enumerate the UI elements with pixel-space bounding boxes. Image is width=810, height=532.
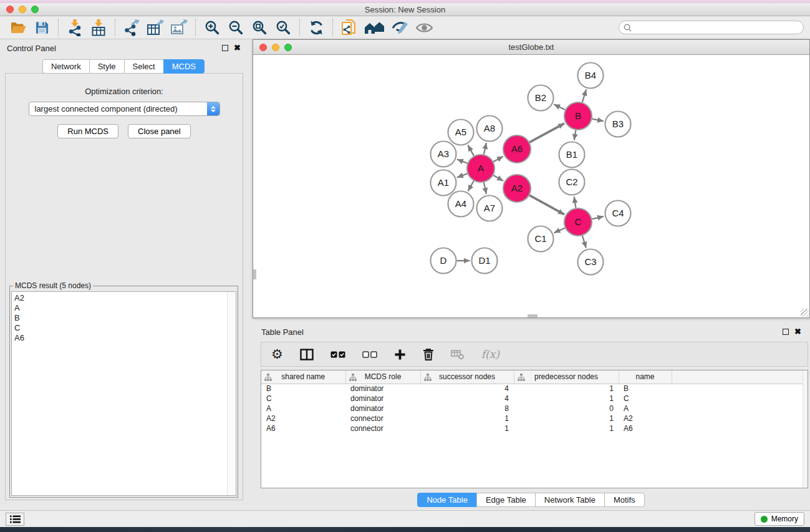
export-network-icon[interactable] (120, 17, 143, 37)
network-canvas[interactable]: B4B2BB3A8A5A6A3B1AC2A1A2A4A7C4CC1C3DD1 (253, 56, 809, 317)
table-cell[interactable]: 8 (420, 404, 514, 414)
graph-node-C[interactable]: C (564, 208, 592, 236)
save-session-icon[interactable] (30, 17, 54, 37)
float-panel-icon[interactable] (222, 45, 228, 51)
delete-table-icon[interactable] (451, 346, 465, 362)
graph-edge-A-A1[interactable] (457, 173, 468, 177)
export-table-icon[interactable] (143, 17, 167, 37)
table-cell[interactable]: A6 (619, 423, 672, 433)
graph-edge-A-A8[interactable] (484, 143, 486, 155)
table-cell[interactable]: connector (345, 414, 420, 423)
tab-network-table[interactable]: Network Table (535, 493, 605, 507)
tab-network[interactable]: Network (42, 59, 90, 74)
table-cell[interactable]: dominator (345, 394, 420, 404)
table-cell[interactable]: connector (345, 423, 420, 433)
column-header-MCDS-role[interactable]: MCDS role (345, 370, 420, 384)
close-table-panel-icon[interactable]: ✖ (794, 329, 801, 335)
table-cell[interactable]: C (619, 394, 672, 404)
table-cell[interactable]: A (619, 404, 672, 414)
search-input[interactable] (635, 23, 799, 32)
zoom-in-icon[interactable] (200, 17, 224, 37)
float-table-panel-icon[interactable] (783, 329, 789, 335)
graph-node-A[interactable]: A (467, 155, 494, 182)
show-graphics-details-icon[interactable] (412, 17, 436, 37)
table-cell[interactable]: 0 (514, 404, 619, 414)
graph-node-B4[interactable]: B4 (578, 63, 604, 89)
table-options-gear-icon[interactable]: ⚙ (271, 346, 283, 362)
zoom-selected-icon[interactable] (271, 17, 295, 37)
graph-node-C3[interactable]: C3 (578, 249, 604, 275)
graph-node-D[interactable]: D (431, 248, 456, 274)
deselect-all-checkboxes-icon[interactable] (362, 346, 377, 362)
graph-edge-C-C2[interactable] (574, 196, 576, 208)
tab-style[interactable]: Style (89, 59, 125, 74)
table-row[interactable]: Bdominator41B (261, 384, 808, 394)
show-column-icon[interactable] (300, 346, 314, 362)
delete-column-icon[interactable] (423, 346, 434, 362)
graph-node-D1[interactable]: D1 (472, 248, 498, 274)
graph-edge-A2-C[interactable] (529, 195, 564, 215)
tab-motifs[interactable]: Motifs (604, 493, 645, 507)
close-panel-icon[interactable]: ✖ (234, 45, 241, 51)
task-history-button[interactable] (6, 513, 24, 526)
graph-node-A3[interactable]: A3 (431, 142, 456, 167)
graph-edge-A-A6[interactable] (493, 157, 503, 162)
mcds-result-item[interactable]: B (14, 313, 233, 323)
table-cell[interactable]: A (261, 404, 345, 414)
column-header-shared-name[interactable]: shared name (261, 370, 345, 384)
export-image-icon[interactable] (167, 17, 191, 37)
graph-edge-B-B1[interactable] (574, 130, 576, 140)
graph-node-A1[interactable]: A1 (431, 170, 456, 196)
hide-graphics-details-icon[interactable] (388, 17, 412, 37)
table-cell[interactable]: 1 (420, 414, 514, 423)
refresh-icon[interactable] (304, 17, 328, 37)
column-header-name[interactable]: name (619, 370, 672, 384)
graph-node-A6[interactable]: A6 (503, 135, 531, 163)
search-box[interactable] (619, 21, 804, 34)
table-row[interactable]: A6connector11A6 (261, 423, 808, 433)
graph-edge-B-B3[interactable] (592, 119, 604, 122)
select-all-checkboxes-icon[interactable] (330, 346, 345, 362)
mcds-result-item[interactable]: A (14, 303, 233, 313)
graph-edge-A6-B[interactable] (529, 123, 564, 142)
graph-node-B1[interactable]: B1 (559, 142, 585, 168)
graph-edge-A-A2[interactable] (493, 175, 503, 181)
zoom-out-icon[interactable] (224, 17, 248, 37)
duplicate-network-icon[interactable] (337, 17, 361, 37)
close-panel-button[interactable]: Close panel (128, 124, 191, 138)
zoom-fit-icon[interactable] (248, 17, 271, 37)
import-table-icon[interactable] (87, 17, 110, 37)
tab-mcds[interactable]: MCDS (163, 59, 205, 74)
graph-edge-A-A3[interactable] (457, 159, 468, 163)
table-row[interactable]: A2connector11A2 (261, 414, 808, 423)
table-cell[interactable]: dominator (345, 384, 420, 394)
tab-edge-table[interactable]: Edge Table (476, 493, 536, 507)
graph-node-A2[interactable]: A2 (503, 175, 531, 202)
table-cell[interactable]: A2 (619, 414, 672, 423)
graph-node-C2[interactable]: C2 (559, 170, 585, 195)
table-cell[interactable]: 1 (514, 394, 619, 404)
resize-grip-icon[interactable] (801, 309, 809, 317)
graph-edge-A-A4[interactable] (468, 181, 474, 191)
table-cell[interactable]: dominator (345, 404, 420, 414)
graph-node-A8[interactable]: A8 (477, 116, 503, 142)
run-mcds-button[interactable]: Run MCDS (57, 124, 118, 138)
table-cell[interactable]: C (261, 394, 345, 404)
mcds-result-item[interactable]: C (14, 323, 233, 333)
open-session-icon[interactable] (6, 17, 30, 37)
table-cell[interactable]: 1 (514, 414, 619, 423)
table-cell[interactable]: B (261, 384, 345, 394)
column-header-predecessor-nodes[interactable]: predecessor nodes (514, 370, 619, 384)
mcds-result-item[interactable]: A6 (14, 333, 233, 343)
network-graph[interactable]: B4B2BB3A8A5A6A3B1AC2A1A2A4A7C4CC1C3DD1 (253, 56, 809, 317)
table-row[interactable]: Adominator80A (261, 404, 808, 414)
import-network-icon[interactable] (63, 17, 87, 37)
tab-node-table[interactable]: Node Table (417, 493, 477, 507)
table-cell[interactable]: 4 (420, 384, 514, 394)
graph-node-C4[interactable]: C4 (605, 201, 631, 226)
mcds-result-item[interactable]: A2 (14, 293, 233, 303)
criterion-select[interactable]: largest connected component (directed) (29, 102, 220, 116)
graph-node-A5[interactable]: A5 (448, 120, 474, 145)
graph-node-B3[interactable]: B3 (605, 112, 631, 137)
graph-edge-C-C3[interactable] (582, 236, 586, 248)
